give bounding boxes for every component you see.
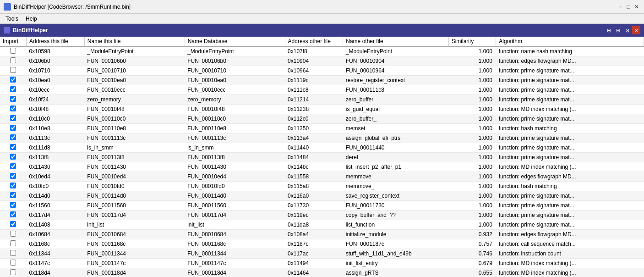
- name-this-cell: FUN_00010ed4: [84, 172, 185, 182]
- name-this-cell: _ModuleEntryPoint: [84, 46, 185, 56]
- import-checkbox[interactable]: [10, 105, 16, 111]
- similarity-cell: 0.932: [448, 230, 496, 239]
- algorithm-cell: function: edges flowgraph MD...: [496, 172, 644, 182]
- table-row[interactable]: 0x11344FUN_00011344FUN_000113440x117acst…: [0, 249, 644, 259]
- col-header-name-other[interactable]: Name other file: [343, 37, 448, 46]
- import-checkbox[interactable]: [10, 163, 16, 169]
- close-window-button[interactable]: ✕: [633, 3, 640, 11]
- algorithm-cell: function: prime signature mat...: [496, 95, 644, 105]
- import-checkbox[interactable]: [10, 240, 16, 246]
- table-row[interactable]: 0x11430FUN_00011430FUN_000114300x114bcli…: [0, 162, 644, 172]
- import-checkbox[interactable]: [10, 211, 16, 217]
- table-row[interactable]: 0x1168cFUN_0001168cFUN_0001168c0x1187cFU…: [0, 239, 644, 249]
- name-other-cell: init_list_entry: [343, 259, 448, 268]
- name-this-cell: FUN_00010fd0: [84, 182, 185, 191]
- table-row[interactable]: 0x10fd0FUN_00010fd0FUN_00010fd00x115a8me…: [0, 182, 644, 191]
- algorithm-cell: function: prime signature mat...: [496, 66, 644, 76]
- algorithm-cell: function: prime signature mat...: [496, 201, 644, 211]
- table-row[interactable]: 0x110c0FUN_000110c0FUN_000110c00x112c0ze…: [0, 114, 644, 124]
- table-row[interactable]: 0x110e8FUN_000110e8FUN_000110e80x11350me…: [0, 124, 644, 133]
- table-row[interactable]: 0x1113cFUN_0001113cFUN_0001113c0x113a4as…: [0, 133, 644, 143]
- table-row[interactable]: 0x118d4FUN_000118d4FUN_000118d40x11464as…: [0, 268, 644, 277]
- similarity-cell: 1.000: [448, 201, 496, 211]
- table-container[interactable]: Import Address this file Name this file …: [0, 37, 644, 277]
- similarity-cell: 1.000: [448, 124, 496, 133]
- col-header-name-db[interactable]: Name Database: [185, 37, 285, 46]
- import-checkbox[interactable]: [10, 86, 16, 92]
- table-row[interactable]: 0x111d8is_in_smmis_in_smm0x11440FUN_0001…: [0, 143, 644, 153]
- table-row[interactable]: 0x10f24zero_memoryzero_memory0x11214zero…: [0, 95, 644, 105]
- import-checkbox[interactable]: [10, 183, 16, 188]
- import-checkbox[interactable]: [10, 173, 16, 179]
- import-checkbox[interactable]: [10, 202, 16, 208]
- import-checkbox[interactable]: [10, 134, 16, 140]
- maximize-button[interactable]: □: [625, 3, 632, 11]
- table-row[interactable]: 0x10598_ModuleEntryPoint_ModuleEntryPoin…: [0, 46, 644, 56]
- addr-other-cell: 0x115a8: [285, 182, 343, 191]
- table-row[interactable]: 0x1147cFUN_0001147cFUN_0001147c0x11494in…: [0, 259, 644, 268]
- name-db-cell: FUN_00011560: [185, 201, 285, 211]
- algorithm-cell: function: MD index matching (...: [496, 268, 644, 277]
- addr-this-cell: 0x10ecc: [27, 85, 85, 95]
- name-this-cell: FUN_00010ea0: [84, 76, 185, 85]
- addr-other-cell: 0x10904: [285, 56, 343, 66]
- import-checkbox[interactable]: [10, 67, 16, 73]
- import-checkbox[interactable]: [10, 125, 16, 131]
- menu-bar: Tools Help: [0, 14, 644, 24]
- import-checkbox[interactable]: [10, 57, 16, 63]
- menu-tools[interactable]: Tools: [2, 15, 22, 23]
- import-checkbox[interactable]: [10, 144, 16, 150]
- similarity-cell: 1.000: [448, 153, 496, 162]
- import-checkbox[interactable]: [10, 221, 16, 227]
- addr-this-cell: 0x10f24: [27, 95, 85, 105]
- import-checkbox[interactable]: [10, 154, 16, 160]
- import-checkbox[interactable]: [10, 260, 16, 266]
- import-checkbox[interactable]: [10, 250, 16, 256]
- panel-icon-button-2[interactable]: ⊟: [614, 26, 622, 34]
- import-checkbox[interactable]: [10, 48, 16, 54]
- panel-icon-button-3[interactable]: ⊠: [623, 26, 631, 34]
- col-header-algorithm[interactable]: Algorithm: [496, 37, 644, 46]
- name-db-cell: FUN_0001113c: [185, 133, 285, 143]
- algorithm-cell: function: prime signature mat...: [496, 143, 644, 153]
- name-db-cell: FUN_0001147c: [185, 259, 285, 268]
- import-cell: [0, 124, 27, 133]
- table-row[interactable]: 0x113f8FUN_000113f8FUN_000113f80x11484de…: [0, 153, 644, 162]
- col-header-import[interactable]: Import: [0, 37, 27, 46]
- panel-close-button[interactable]: ✕: [632, 26, 640, 34]
- addr-other-cell: 0x11214: [285, 95, 343, 105]
- name-db-cell: FUN_00010fd0: [185, 182, 285, 191]
- col-header-name-this[interactable]: Name this file: [84, 37, 185, 46]
- import-checkbox[interactable]: [10, 192, 16, 198]
- minimize-button[interactable]: −: [617, 3, 624, 11]
- addr-other-cell: 0x11484: [285, 153, 343, 162]
- panel-icon-button-1[interactable]: ⊞: [605, 26, 613, 34]
- addr-this-cell: 0x11430: [27, 162, 85, 172]
- import-checkbox[interactable]: [10, 96, 16, 102]
- table-row[interactable]: 0x11560FUN_00011560FUN_000115600x11730FU…: [0, 201, 644, 211]
- table-row[interactable]: 0x11408init_listinit_list0x11da8list_fun…: [0, 220, 644, 230]
- import-checkbox[interactable]: [10, 231, 16, 237]
- col-header-addr-this[interactable]: Address this file: [27, 37, 85, 46]
- table-row[interactable]: 0x10ed4FUN_00010ed4FUN_00010ed40x11558me…: [0, 172, 644, 182]
- import-cell: [0, 239, 27, 249]
- table-row[interactable]: 0x106b0FUN_000106b0FUN_000106b00x10904FU…: [0, 56, 644, 66]
- table-row[interactable]: 0x117d4FUN_000117d4FUN_000117d40x119ecco…: [0, 211, 644, 220]
- name-this-cell: FUN_0001168c: [84, 239, 185, 249]
- table-row[interactable]: 0x10ea0FUN_00010ea0FUN_00010ea00x1119cre…: [0, 76, 644, 85]
- import-cell: [0, 153, 27, 162]
- col-header-similarity[interactable]: Similarity: [448, 37, 496, 46]
- table-row[interactable]: 0x10f48FUN_00010f48FUN_00010f480x11238is…: [0, 105, 644, 114]
- addr-this-cell: 0x10684: [27, 230, 85, 239]
- import-cell: [0, 162, 27, 172]
- import-checkbox[interactable]: [10, 115, 16, 121]
- table-row[interactable]: 0x10710FUN_00010710FUN_000107100x10964FU…: [0, 66, 644, 76]
- name-this-cell: FUN_000114d0: [84, 191, 185, 201]
- table-row[interactable]: 0x114d0FUN_000114d0FUN_000114d00x116a0sa…: [0, 191, 644, 201]
- menu-help[interactable]: Help: [22, 15, 41, 23]
- table-row[interactable]: 0x10eccFUN_00010eccFUN_00010ecc0x111c8FU…: [0, 85, 644, 95]
- import-checkbox[interactable]: [10, 269, 16, 275]
- import-checkbox[interactable]: [10, 77, 16, 83]
- table-row[interactable]: 0x10684FUN_00010684FUN_000106840x108a4in…: [0, 230, 644, 239]
- col-header-addr-other[interactable]: Address other file: [285, 37, 343, 46]
